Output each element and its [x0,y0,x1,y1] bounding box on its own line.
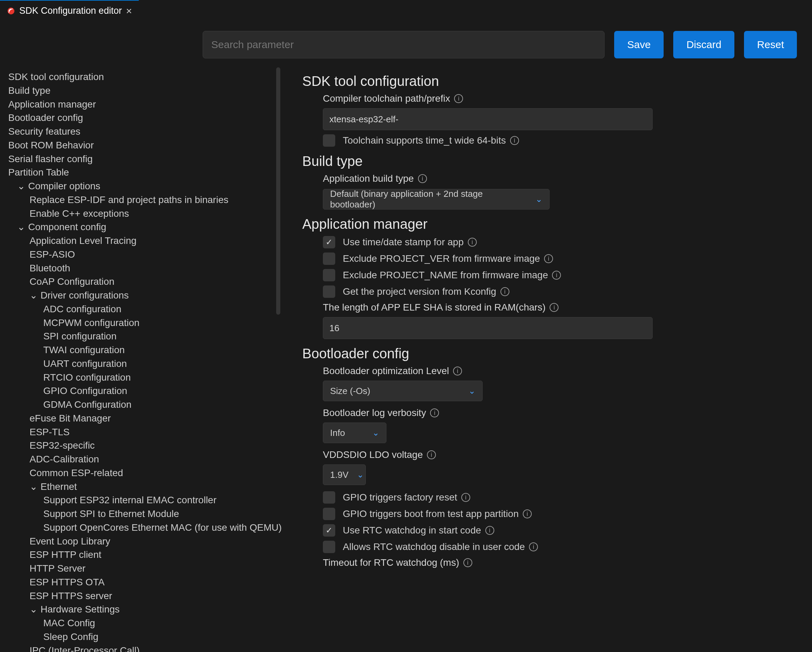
info-icon[interactable]: i [461,493,470,502]
sidebar-item[interactable]: GDMA Configuration [8,398,277,412]
info-icon[interactable]: i [510,136,519,145]
toolbar: Save Discard Reset [0,21,812,64]
checkbox-use-time-stamp[interactable]: ✓ [323,236,335,248]
sidebar-item[interactable]: Application manager [8,98,277,111]
info-icon[interactable]: i [468,238,477,247]
sidebar-item[interactable]: Support SPI to Ethernet Module [8,507,277,521]
label-time-t-64: Toolchain supports time_t wide 64-bits i [343,135,519,146]
section-sdk-tool-config: SDK tool configuration [302,73,791,89]
sidebar-item[interactable]: SPI configuration [8,330,277,343]
info-icon[interactable]: i [430,408,439,417]
sidebar-item[interactable]: Bluetooth [8,261,277,275]
info-icon[interactable]: i [549,303,559,312]
sidebar-item[interactable]: Bootloader config [8,111,277,125]
scrollbar[interactable] [276,67,280,315]
sidebar-item[interactable]: Sleep Config [8,630,277,644]
select-app-build-type[interactable]: Default (binary application + 2nd stage … [323,189,549,209]
sidebar-item[interactable]: eFuse Bit Manager [8,412,277,425]
reset-button[interactable]: Reset [744,31,797,58]
checkbox-rtc-wd-disable[interactable] [323,541,335,553]
info-icon[interactable]: i [454,94,463,103]
label-boot-opt-level: Bootloader optimization Level i [323,365,791,377]
sidebar-item[interactable]: ESP32-specific [8,439,277,452]
sidebar-item[interactable]: MAC Config [8,616,277,630]
sidebar-item[interactable]: ESP-ASIO [8,248,277,261]
sidebar-item-label: Ethernet [41,480,77,494]
checkbox-gpio-test-app[interactable] [323,508,335,520]
sidebar-item[interactable]: ESP-TLS [8,425,277,439]
sidebar-item[interactable]: Partition Table [8,166,277,179]
select-boot-log-verbosity[interactable]: Info ⌄ [323,423,386,443]
sidebar-item[interactable]: IPC (Inter-Processor Call) [8,644,277,652]
sidebar-item[interactable]: Event Loop Library [8,534,277,548]
sidebar-item[interactable]: Replace ESP-IDF and project paths in bin… [8,193,277,207]
info-icon[interactable]: i [418,174,427,183]
save-button[interactable]: Save [614,31,664,58]
info-icon[interactable]: i [544,254,553,263]
sidebar-item[interactable]: Support OpenCores Ethernet MAC (for use … [8,521,277,534]
info-icon[interactable]: i [501,287,510,296]
sidebar-expand-item[interactable]: ⌄Component config [8,220,277,234]
tab-title: SDK Configuration editor [19,6,122,16]
input-sha-length[interactable] [323,317,653,339]
label-use-time-stamp: Use time/date stamp for app i [343,237,477,248]
info-icon[interactable]: i [485,526,494,535]
checkbox-rtc-watchdog[interactable]: ✓ [323,524,335,537]
sidebar-item[interactable]: ESP HTTPS OTA [8,576,277,589]
label-rtc-timeout: Timeout for RTC watchdog (ms) i [323,557,791,568]
sidebar-item[interactable]: Boot ROM Behavior [8,139,277,152]
sidebar-item[interactable]: RTCIO configuration [8,371,277,385]
info-icon[interactable]: i [529,542,538,551]
info-icon[interactable]: i [453,366,462,376]
sidebar-item[interactable]: ESP HTTP client [8,548,277,562]
sidebar-item-label: Hardware Settings [41,603,119,616]
sidebar-item[interactable]: Enable C++ exceptions [8,207,277,221]
label-app-build-type: Application build type i [323,173,791,184]
select-boot-opt-level[interactable]: Size (-Os) ⌄ [323,381,482,401]
sidebar-expand-item[interactable]: ⌄Driver configurations [8,289,277,302]
sidebar-item[interactable]: UART configuration [8,357,277,371]
sidebar-item[interactable]: GPIO Configuration [8,384,277,398]
tab-sdk-config-editor[interactable]: SDK Configuration editor × [0,0,139,21]
info-icon[interactable]: i [552,271,561,279]
sidebar-item[interactable]: Application Level Tracing [8,234,277,248]
sidebar-expand-item[interactable]: ⌄Ethernet [8,480,277,494]
discard-button[interactable]: Discard [673,31,734,58]
info-icon[interactable]: i [523,510,532,518]
sidebar-item[interactable]: Support ESP32 internal EMAC controller [8,493,277,507]
sidebar-item[interactable]: SDK tool configuration [8,70,277,84]
sidebar-item[interactable]: HTTP Server [8,562,277,576]
info-icon[interactable]: i [463,558,472,567]
sidebar-item[interactable]: Build type [8,84,277,98]
info-icon[interactable]: i [427,450,436,459]
sidebar-item[interactable]: Serial flasher config [8,152,277,166]
checkbox-time-t-64[interactable] [323,134,335,147]
sidebar[interactable]: SDK tool configurationBuild typeApplicat… [0,64,282,652]
section-build-type: Build type [302,154,791,169]
sidebar-item[interactable]: ESP HTTPS server [8,589,277,603]
input-toolchain-prefix[interactable] [323,108,653,130]
sidebar-item[interactable]: MCPWM configuration [8,316,277,330]
section-application-manager: Application manager [302,217,791,232]
checkbox-gpio-factory-reset[interactable] [323,491,335,504]
sidebar-item[interactable]: ADC-Calibration [8,452,277,466]
content-pane[interactable]: SDK tool configuration Compiler toolchai… [282,64,812,652]
search-input[interactable] [203,31,604,58]
sidebar-expand-item[interactable]: ⌄Compiler options [8,179,277,193]
label-rtc-watchdog: Use RTC watchdog in start code i [343,525,494,536]
sidebar-item[interactable]: ADC configuration [8,302,277,316]
checkbox-version-kconfig[interactable] [323,286,335,298]
checkbox-excl-project-ver[interactable] [323,252,335,265]
select-ldo-voltage[interactable]: 1.9V ⌄ [323,464,366,485]
sidebar-item[interactable]: CoAP Configuration [8,275,277,289]
svg-point-0 [8,8,14,14]
label-version-kconfig: Get the project version from Kconfig i [343,286,510,297]
sidebar-item[interactable]: TWAI configuration [8,343,277,357]
label-excl-project-ver: Exclude PROJECT_VER from firmware image … [343,253,553,264]
sidebar-expand-item[interactable]: ⌄Hardware Settings [8,603,277,616]
sidebar-item[interactable]: Security features [8,125,277,139]
sidebar-item[interactable]: Common ESP-related [8,466,277,480]
chevron-down-icon: ⌄ [17,220,25,234]
close-icon[interactable]: × [126,6,132,16]
checkbox-excl-project-name[interactable] [323,269,335,281]
